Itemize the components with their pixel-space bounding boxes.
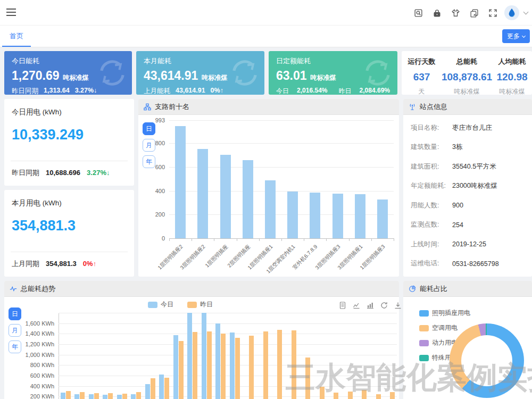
bar-chart-toggle-icon[interactable] [366, 301, 375, 310]
card-month-energy: 本月能耗 43,614.91吨标准煤 上月能耗43,614.910%↑ [136, 51, 264, 95]
stat-total-energy: 总能耗 108,878.61 吨标准煤 [442, 57, 492, 95]
card-sub-label2: 昨日占比: [339, 87, 356, 95]
trend-period-month-button[interactable]: 月 [9, 324, 21, 337]
compare-change: 0%↑ [83, 260, 96, 268]
station-row: 建筑数量:3栋 [403, 138, 532, 157]
download-icon[interactable] [394, 301, 402, 310]
chart-toolbox [338, 301, 402, 310]
data-view-icon[interactable] [338, 301, 347, 310]
legend-item-hvac[interactable]: 空调用电 [419, 323, 470, 332]
copy-icon[interactable] [467, 6, 481, 20]
bar-today [145, 384, 150, 399]
topbar [0, 0, 532, 26]
card-daily-quota-energy: 日定额能耗 63.01吨标准煤 今日占比:2,016.54% 昨日占比:2,08… [269, 51, 397, 95]
divider [11, 161, 128, 161]
branch-period-month-button[interactable]: 月 [143, 139, 155, 152]
more-button-label: 更多 [507, 32, 520, 41]
line-chart-toggle-icon[interactable] [352, 301, 361, 310]
panel-title: 支路前十名 [155, 102, 189, 112]
bar [243, 160, 253, 238]
branch-period-day-button[interactable]: 日 [143, 122, 155, 135]
bar [310, 193, 320, 238]
bar-yesterday [376, 394, 381, 399]
bar-today [117, 395, 122, 399]
card-sub-label: 昨日同期 [12, 87, 38, 95]
card-unit: 吨标准煤 [63, 74, 89, 81]
card-month-electricity: 本月用电 (kWh) 354,881.3 上月同期 354,881.3 0%↑ [4, 190, 134, 277]
bar-yesterday [122, 394, 127, 399]
bar-yesterday [207, 331, 212, 399]
tab-active-underline [2, 46, 31, 47]
panel-title: 总能耗趋势 [21, 284, 55, 294]
bar-yesterday [334, 393, 338, 399]
bar-yesterday [221, 334, 226, 399]
card-sub-value: 43,614.91 [176, 87, 205, 95]
bar-today [202, 313, 206, 399]
bar-today [131, 394, 136, 399]
tab-home[interactable]: 首页 [2, 26, 31, 47]
trend-period-year-button[interactable]: 年 [9, 340, 21, 353]
bar [197, 149, 208, 238]
compare-value: 354,881.3 [46, 260, 77, 268]
legend-item-today[interactable]: 今日 [148, 300, 173, 309]
menu-toggle-icon[interactable] [6, 9, 16, 16]
energy-share-panel: 能耗占比 照明插座用电 空调用电 动力用电 特殊用电 [403, 281, 532, 399]
recycle-icon [228, 56, 261, 89]
bar-yesterday [348, 392, 353, 399]
energy-trend-panel: 总能耗趋势 日 月 年 今日 昨日 200 KWh400 KWh600 KWh8… [4, 281, 399, 399]
bar-yesterday [390, 392, 395, 399]
bar [377, 200, 388, 238]
bar-yesterday [94, 393, 99, 399]
bar-today [230, 332, 235, 399]
usage-value: 354,881.3 [12, 218, 76, 234]
station-info-panel: 站点信息 项目名称:枣庄市台儿庄 建筑数量:3栋 建筑面积:35540.5平方米… [403, 99, 532, 277]
trend-legend: 今日 昨日 [148, 300, 213, 309]
compare-change: 3.27%↓ [87, 169, 110, 177]
legend-item-yesterday[interactable]: 昨日 [187, 300, 213, 309]
restore-icon[interactable] [380, 301, 388, 310]
bar-yesterday [263, 331, 268, 399]
bar-yesterday [277, 330, 282, 399]
theme-shirt-icon[interactable] [448, 6, 462, 20]
branch-bar-chart: 02004006008009931层照明插座23层照明插座21层照明插座2层照明… [169, 120, 394, 238]
recycle-icon [361, 56, 394, 89]
station-rows: 项目名称:枣庄市台儿庄 建筑数量:3栋 建筑面积:35540.5平方米 年定额能… [403, 115, 532, 273]
tabbar: 首页 更多 [0, 26, 532, 47]
card-change: 0%↑ [211, 87, 223, 95]
card-sub-label: 今日占比: [276, 87, 293, 95]
bar [220, 155, 231, 238]
more-button[interactable]: 更多 [502, 29, 530, 43]
bar-yesterday [249, 336, 254, 399]
bar [287, 192, 298, 238]
lock-icon[interactable] [430, 6, 444, 20]
search-box-icon[interactable] [411, 6, 425, 20]
legend-item-lighting[interactable]: 照明插座用电 [419, 309, 470, 318]
bar-today [173, 335, 178, 399]
bar-today [74, 394, 79, 399]
bar-yesterday [151, 378, 155, 399]
station-row: 项目名称:枣庄市台儿庄 [403, 118, 532, 138]
bar-yesterday [235, 338, 240, 399]
trend-period-day-button[interactable]: 日 [9, 307, 21, 320]
tab-home-label: 首页 [10, 31, 23, 41]
card-change: 3.27%↓ [75, 87, 97, 95]
branch-period-year-button[interactable]: 年 [143, 155, 155, 168]
bar-yesterday [179, 341, 184, 399]
stat-per-capita-energy: 人均能耗 120.98 吨标准煤 [492, 57, 532, 95]
station-row: 运维电话:0531-82665798 [403, 254, 532, 274]
bar-yesterday [320, 387, 325, 399]
branch-top10-panel: 支路前十名 日 月 年 02004006008009931层照明插座23层照明插… [138, 99, 399, 277]
fullscreen-icon[interactable] [486, 6, 500, 20]
user-menu-chevron-icon[interactable] [523, 10, 529, 15]
card-today-electricity: 今日用电 (kWh) 10,339.249 昨日同期 10,688.696 3.… [4, 99, 134, 186]
panel-title: 站点信息 [420, 102, 447, 112]
compare-value: 10,688.696 [46, 169, 80, 177]
compare-label: 昨日同期 [12, 168, 39, 178]
card-unit: 吨标准煤 [202, 74, 227, 81]
bar-yesterday [80, 392, 85, 399]
branch-icon [144, 103, 151, 111]
donut-hole [461, 335, 512, 386]
avatar[interactable] [504, 5, 519, 20]
bar-yesterday [305, 358, 310, 399]
usage-value: 10,339.249 [12, 127, 84, 143]
